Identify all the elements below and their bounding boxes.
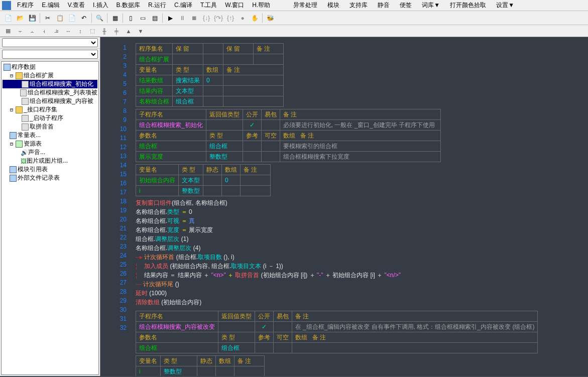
step2-icon[interactable]: {↷} xyxy=(213,13,223,23)
menu-colorpick[interactable]: 打开颜色拾取 xyxy=(446,0,490,11)
cut-icon[interactable]: ✂ xyxy=(43,13,53,23)
menu-view[interactable]: V.查看 xyxy=(64,0,89,11)
toolbar-main: 📄 📂 💾 ✂ 📋 📄 ↶ 🔍 ▦ ▯ ▭ ▤ ▶ ⏸ ⏹ {↓} {↷} {↑… xyxy=(0,11,588,25)
tree-node[interactable]: 模块引用表 xyxy=(3,165,97,174)
menu-run[interactable]: R.运行 xyxy=(144,0,170,11)
dist-h-icon[interactable]: ↔ xyxy=(63,26,73,36)
same-size-icon[interactable]: ⬚ xyxy=(87,26,97,36)
step1-icon[interactable]: {↓} xyxy=(201,13,211,23)
code-editor[interactable]: 1234567891011121314151617181920212223242… xyxy=(100,37,588,376)
menu-program[interactable]: F.程序 xyxy=(13,0,38,11)
step3-icon[interactable]: {↑} xyxy=(225,13,236,23)
menu-settings[interactable]: 设置▼ xyxy=(492,0,518,11)
center-h-icon[interactable]: ╫ xyxy=(99,26,109,36)
menu-mute[interactable]: 静音 xyxy=(374,0,394,11)
center-v-icon[interactable]: ╪ xyxy=(111,26,122,36)
menu-help[interactable]: H.帮助 xyxy=(248,0,274,11)
pause-icon[interactable]: ⏸ xyxy=(177,13,187,23)
menu-module[interactable]: 模块 xyxy=(323,0,343,11)
subroutine-table-2[interactable]: 子程序名返回值类型公开易包备 注 组合框模糊搜索_内容被改变✓在 _组合框_编辑… xyxy=(136,311,538,353)
send-back-icon[interactable]: ▼ xyxy=(136,26,146,36)
tree-node[interactable]: 常量表... xyxy=(3,131,97,140)
breakpoint-icon[interactable]: ● xyxy=(238,13,248,23)
menu-edit[interactable]: E.编辑 xyxy=(38,0,63,11)
tree-node[interactable]: 组合框模糊搜索_列表项被 xyxy=(3,88,97,97)
new-icon[interactable]: 📄 xyxy=(3,13,13,23)
tree-node[interactable]: 外部文件记录表 xyxy=(3,174,97,182)
combo-1[interactable] xyxy=(2,38,98,47)
app-logo-icon xyxy=(2,1,11,10)
grid-icon[interactable]: ▦ xyxy=(3,26,13,36)
hand-icon[interactable]: ✋ xyxy=(250,13,260,23)
menu-compile[interactable]: C.编译 xyxy=(170,0,196,11)
tree-node[interactable]: ⊟_接口程序集 xyxy=(3,105,97,114)
var-table-1[interactable]: 变量名类 型静态数组备 注 初始组合内容文本型0 i整数型 xyxy=(136,164,271,196)
tree-node[interactable]: 🔊声音... xyxy=(3,148,97,157)
bring-front-icon[interactable]: ▲ xyxy=(124,26,134,36)
var-table-2[interactable]: 变量名类 型静态数组备 注 i整数型 正则正则表达式 xyxy=(136,355,265,376)
align-left-icon[interactable]: ⫟ xyxy=(15,26,25,36)
menu-notes[interactable]: 便签 xyxy=(396,0,416,11)
find-icon[interactable]: 🔍 xyxy=(94,13,104,23)
project-panel: 程序数据 ⊟组合框扩展 组合框模糊搜索_初始化 组合框模糊搜索_列表项被 组合框… xyxy=(0,37,100,376)
open-icon[interactable]: 📂 xyxy=(15,13,25,23)
tree-node[interactable]: 🖼图片或图片组... xyxy=(3,157,97,165)
project-tree[interactable]: 程序数据 ⊟组合框扩展 组合框模糊搜索_初始化 组合框模糊搜索_列表项被 组合框… xyxy=(1,61,99,375)
combo-2[interactable] xyxy=(2,50,98,59)
menu-support[interactable]: 支持库 xyxy=(345,0,372,11)
save-icon[interactable]: 💾 xyxy=(27,13,37,23)
undo-icon[interactable]: ↶ xyxy=(79,13,89,23)
align-top-icon[interactable]: ⫞ xyxy=(39,26,49,36)
menu-exception[interactable]: 异常处理 xyxy=(289,0,321,11)
bee-icon[interactable]: 🐝 xyxy=(265,13,275,23)
layout3-icon[interactable]: ▤ xyxy=(150,13,160,23)
layout1-icon[interactable]: ▯ xyxy=(126,13,136,23)
stop-icon[interactable]: ⏹ xyxy=(189,13,199,23)
tree-node[interactable]: 取拼音首 xyxy=(3,122,97,131)
menu-insert[interactable]: I.插入 xyxy=(89,0,112,11)
tree-node[interactable]: 组合框模糊搜索_内容被 xyxy=(3,97,97,105)
subroutine-table-1[interactable]: 子程序名返回值类型公开易包备 注 组合框模糊搜索_初始化✓必须要进行初始化, 一… xyxy=(136,109,441,162)
tree-node-selected[interactable]: 组合框模糊搜索_初始化 xyxy=(3,80,97,88)
align-bottom-icon[interactable]: ⫡ xyxy=(51,26,61,36)
paste-icon[interactable]: 📄 xyxy=(67,13,77,23)
code-content[interactable]: 程序集名保 留保 留备 注 组合框扩展 变量名类 型数组备 注 结果数组搜索结果… xyxy=(131,37,588,376)
menu-window[interactable]: W.窗口 xyxy=(221,0,248,11)
menu-tools[interactable]: T.工具 xyxy=(196,0,221,11)
toolbar-layout: ▦ ⫟ ⫠ ⫞ ⫡ ↔ ↕ ⬚ ╫ ╪ ▲ ▼ xyxy=(0,25,588,37)
line-gutter: 1234567891011121314151617181920212223242… xyxy=(100,37,131,376)
window-icon[interactable]: ▦ xyxy=(110,13,120,23)
menu-dict[interactable]: 词库▼ xyxy=(418,0,444,11)
menubar: F.程序 E.编辑 V.查看 I.插入 B.数据库 R.运行 C.编译 T.工具… xyxy=(0,0,588,11)
layout2-icon[interactable]: ▭ xyxy=(138,13,148,23)
tree-node[interactable]: ⊟资源表 xyxy=(3,140,97,148)
dist-v-icon[interactable]: ↕ xyxy=(75,26,85,36)
assembly-table[interactable]: 程序集名保 留保 留备 注 组合框扩展 变量名类 型数组备 注 结果数组搜索结果… xyxy=(136,43,284,107)
run-icon[interactable]: ▶ xyxy=(165,13,175,23)
menu-database[interactable]: B.数据库 xyxy=(112,0,144,11)
tree-root[interactable]: 程序数据 xyxy=(3,63,97,71)
tree-node[interactable]: ⊟组合框扩展 xyxy=(3,71,97,80)
copy-icon[interactable]: 📋 xyxy=(55,13,65,23)
tree-node[interactable]: _启动子程序 xyxy=(3,114,97,122)
align-right-icon[interactable]: ⫠ xyxy=(27,26,37,36)
